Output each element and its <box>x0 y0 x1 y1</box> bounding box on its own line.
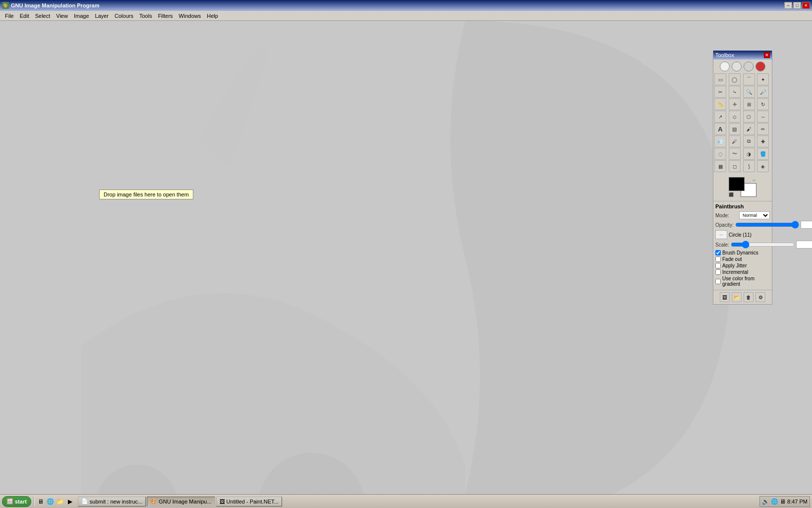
menu-layer[interactable]: Layer <box>92 12 112 20</box>
start-label: start <box>15 499 27 505</box>
tool-colorpick[interactable]: 🔍 <box>743 86 755 98</box>
tool-gradient[interactable]: ▦ <box>714 160 726 172</box>
delete-button[interactable]: 🗑 <box>744 292 754 302</box>
bg-swatch[interactable] <box>744 62 754 71</box>
scale-label: Scale: <box>715 242 729 248</box>
fg-color-box[interactable] <box>729 177 745 191</box>
mode-label: Mode: <box>715 213 738 218</box>
tool-paint[interactable]: 🖌 <box>743 123 755 135</box>
tool-clone[interactable]: ⧉ <box>743 135 755 147</box>
tool-shear[interactable]: ◇ <box>729 111 741 123</box>
quick-media[interactable]: ▶ <box>66 497 75 506</box>
task-submit-icon: 📄 <box>81 498 88 505</box>
tool-text[interactable]: A <box>714 123 726 135</box>
tool-measure[interactable]: 📏 <box>714 98 726 110</box>
tool-pathsel[interactable]: ⟆ <box>743 160 755 172</box>
toolbox-titlebar: Toolbox ✕ <box>713 51 772 60</box>
colors-section: ↔ ⬛ <box>713 173 772 201</box>
tool-bucket[interactable]: 🪣 <box>757 148 769 160</box>
tool-eraser[interactable]: ◻ <box>729 160 741 172</box>
tool-perspective[interactable]: ⬡ <box>743 111 755 123</box>
use-color-gradient-checkbox[interactable] <box>715 279 721 284</box>
menu-colours[interactable]: Colours <box>112 12 136 20</box>
start-button[interactable]: 🪟 start <box>2 496 31 507</box>
preferences-button[interactable]: ⚙ <box>755 292 765 302</box>
menu-filters[interactable]: Filters <box>155 12 176 20</box>
gimp-watermark <box>0 21 812 494</box>
quick-folder[interactable]: 📁 <box>56 497 65 506</box>
drop-zone-message[interactable]: Drop image files here to open them <box>99 190 193 199</box>
menu-windows[interactable]: Windows <box>176 12 204 20</box>
mid-swatch[interactable] <box>732 62 742 71</box>
taskbar-task-submit[interactable]: 📄 submit : new instruc... <box>78 497 146 507</box>
toolbox-close-button[interactable]: ✕ <box>764 52 770 58</box>
mode-row: Mode: Normal Dissolve Multiply Screen <box>715 211 770 219</box>
brush-dynamics-label: Brush Dynamics <box>722 250 758 255</box>
tool-fuzzy-select[interactable]: ✦ <box>757 73 769 85</box>
maximize-button[interactable]: □ <box>793 2 801 9</box>
toolbox-bottom-icons: 🖼 📂 🗑 ⚙ <box>713 290 772 304</box>
tray-network-icon[interactable]: 🌐 <box>771 498 778 505</box>
tool-heal[interactable]: ✚ <box>757 135 769 147</box>
tool-airbrush[interactable]: 💨 <box>714 135 726 147</box>
tool-colortool[interactable]: ◈ <box>757 160 769 172</box>
fg-swatch[interactable] <box>720 62 730 71</box>
tool-align[interactable]: ⊞ <box>743 98 755 110</box>
scale-spinbox[interactable]: 1.00 <box>796 241 812 249</box>
tool-ellipse-select[interactable]: ◯ <box>729 73 741 85</box>
toolbox-title-label: Toolbox <box>715 52 734 58</box>
fade-out-label: Fade out <box>722 256 742 262</box>
menu-help[interactable]: Help <box>204 12 221 20</box>
title-controls: − □ ✕ <box>784 2 810 9</box>
tool-ink[interactable]: 🖋 <box>729 135 741 147</box>
opacity-slider[interactable] <box>735 222 799 228</box>
menu-select[interactable]: Select <box>32 12 54 20</box>
swap-colors-icon[interactable]: ↔ <box>752 177 756 183</box>
reset-colors-icon[interactable]: ⬛ <box>729 192 734 197</box>
tool-scale[interactable]: ↗ <box>714 111 726 123</box>
tool-move[interactable]: ✛ <box>729 98 741 110</box>
menu-image[interactable]: Image <box>71 12 92 20</box>
tray-display-icon[interactable]: 🖥 <box>780 498 786 505</box>
brush-dynamics-checkbox[interactable] <box>715 250 721 255</box>
apply-jitter-checkbox[interactable] <box>715 263 721 268</box>
menu-tools[interactable]: Tools <box>136 12 155 20</box>
taskbar-tasks: 📄 submit : new instruc... 🎨 GNU Image Ma… <box>76 497 758 507</box>
red-swatch[interactable] <box>755 62 765 71</box>
brush-preview-button[interactable]: ··· <box>715 230 727 239</box>
minimize-button[interactable]: − <box>784 2 792 9</box>
tool-rect-select[interactable]: ▭ <box>714 73 726 85</box>
taskbar-divider <box>33 497 34 507</box>
tray-volume-icon[interactable]: 🔊 <box>762 498 769 505</box>
tool-smudge[interactable]: 〜 <box>729 148 741 160</box>
menu-view[interactable]: View <box>53 12 71 20</box>
close-button[interactable]: ✕ <box>802 2 810 9</box>
quick-show-desktop[interactable]: 🖥 <box>36 497 45 506</box>
tool-zoom[interactable]: 🔎 <box>757 86 769 98</box>
main-canvas-area[interactable]: Drop image files here to open them Toolb… <box>0 21 812 494</box>
tool-pencil[interactable]: ✏ <box>757 123 769 135</box>
fade-out-checkbox[interactable] <box>715 256 721 262</box>
scale-slider[interactable] <box>731 242 795 248</box>
tool-flip[interactable]: ↔ <box>757 111 769 123</box>
quick-browser[interactable]: 🌐 <box>46 497 55 506</box>
incremental-checkbox[interactable] <box>715 269 721 275</box>
tool-colorbalance[interactable]: ▨ <box>729 123 741 135</box>
incremental-label: Incremental <box>722 269 748 275</box>
new-image-button[interactable]: 🖼 <box>720 292 730 302</box>
tool-blur[interactable]: ◌ <box>714 148 726 160</box>
fg-bg-colors[interactable]: ↔ ⬛ <box>729 177 756 197</box>
start-icon: 🪟 <box>6 498 13 505</box>
mode-dropdown[interactable]: Normal Dissolve Multiply Screen <box>739 211 770 219</box>
opacity-spinbox[interactable]: 100.0 <box>801 221 812 229</box>
tool-paths[interactable]: ⤷ <box>729 86 741 98</box>
tool-scissors[interactable]: ✂ <box>714 86 726 98</box>
menu-file[interactable]: File <box>2 12 17 20</box>
menu-edit[interactable]: Edit <box>17 12 32 20</box>
tool-free-select[interactable]: ⌒ <box>743 73 755 85</box>
taskbar-task-gimp[interactable]: 🎨 GNU Image Manipu... <box>147 497 215 507</box>
tool-rotate[interactable]: ↻ <box>757 98 769 110</box>
tool-dodgeburn[interactable]: ◑ <box>743 148 755 160</box>
open-image-button[interactable]: 📂 <box>732 292 742 302</box>
taskbar-task-paintnet[interactable]: 🖼 Untitled - Paint.NET... <box>216 497 282 507</box>
